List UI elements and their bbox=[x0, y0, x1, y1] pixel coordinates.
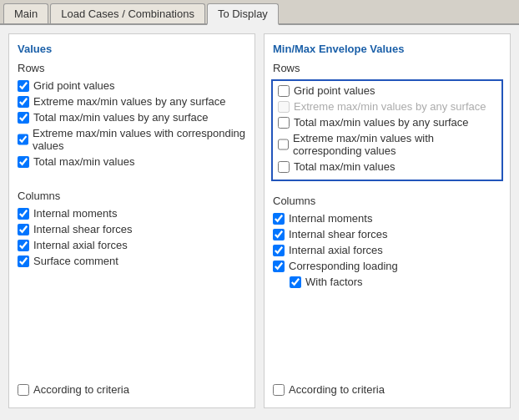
list-item: Total max/min values by any surface bbox=[18, 111, 246, 124]
left-panel-title: Values bbox=[18, 43, 246, 55]
checkbox-label: Surface comment bbox=[33, 255, 118, 267]
list-item: Internal moments bbox=[273, 212, 501, 225]
list-item: Total max/min values bbox=[278, 160, 496, 173]
right-rows-label: Rows bbox=[273, 62, 501, 74]
checkbox-1[interactable] bbox=[18, 224, 29, 235]
checkbox-label: With factors bbox=[305, 276, 363, 288]
according-to-criteria-item: According to criteria bbox=[273, 383, 501, 396]
checkbox-label: Grid point values bbox=[294, 84, 375, 97]
list-item: Extreme max/min values with correspondin… bbox=[18, 127, 246, 152]
list-item: Internal axial forces bbox=[18, 239, 246, 251]
checkbox-2[interactable] bbox=[278, 117, 290, 129]
content-area: Values Rows Grid point valuesExtreme max… bbox=[0, 25, 519, 417]
tab-main[interactable]: Main bbox=[3, 3, 48, 23]
checkbox-label: Total max/min values bbox=[294, 160, 395, 173]
list-item: Internal axial forces bbox=[273, 244, 501, 256]
checkbox-4[interactable] bbox=[290, 276, 301, 288]
tabs-bar: MainLoad Cases / CombinationsTo Display bbox=[0, 0, 519, 25]
right-panel-title: Min/Max Envelope Values bbox=[273, 43, 501, 55]
checkbox-1[interactable] bbox=[18, 96, 29, 108]
list-item: Extreme max/min values by any surface bbox=[18, 95, 246, 108]
right-panel: Min/Max Envelope Values Rows Grid point … bbox=[264, 33, 511, 408]
checkbox-label: Corresponding loading bbox=[289, 260, 398, 272]
checkbox-label: Total max/min values by any surface bbox=[294, 116, 469, 129]
checkbox-0[interactable] bbox=[18, 208, 29, 220]
according-to-criteria-label: According to criteria bbox=[289, 383, 385, 396]
left-bottom: According to criteria bbox=[18, 375, 246, 399]
according-to-criteria-checkbox[interactable] bbox=[273, 384, 285, 396]
right-columns-label: Columns bbox=[273, 195, 501, 207]
according-to-criteria-checkbox[interactable] bbox=[18, 384, 29, 396]
checkbox-label: Internal shear forces bbox=[33, 223, 133, 235]
checkbox-0[interactable] bbox=[278, 85, 290, 97]
right-bottom: According to criteria bbox=[273, 375, 501, 399]
checkbox-label: Extreme max/min values by any surface bbox=[33, 95, 225, 108]
checkbox-2[interactable] bbox=[273, 245, 285, 256]
checkbox-label: Internal shear forces bbox=[289, 228, 388, 240]
checkbox-0[interactable] bbox=[18, 80, 29, 92]
checkbox-1[interactable] bbox=[278, 101, 290, 113]
list-item: Grid point values bbox=[18, 79, 246, 92]
checkbox-label: Extreme max/min values by any surface bbox=[294, 100, 486, 113]
left-columns-list: Internal momentsInternal shear forcesInt… bbox=[18, 207, 246, 271]
checkbox-4[interactable] bbox=[278, 161, 290, 173]
list-item: Extreme max/min values with correspondin… bbox=[278, 132, 496, 157]
checkbox-3[interactable] bbox=[18, 134, 28, 145]
left-panel: Values Rows Grid point valuesExtreme max… bbox=[8, 33, 255, 408]
checkbox-1[interactable] bbox=[273, 229, 285, 240]
list-item: Internal shear forces bbox=[18, 223, 246, 235]
right-rows-highlighted: Grid point valuesExtreme max/min values … bbox=[271, 79, 503, 181]
checkbox-label: Extreme max/min values with correspondin… bbox=[33, 127, 246, 152]
list-item: Internal moments bbox=[18, 207, 246, 220]
checkbox-label: Internal moments bbox=[33, 207, 117, 220]
checkbox-3[interactable] bbox=[278, 139, 289, 150]
checkbox-label: Internal axial forces bbox=[289, 244, 383, 256]
list-item: Extreme max/min values by any surface bbox=[278, 100, 496, 113]
according-to-criteria-item: According to criteria bbox=[18, 383, 246, 396]
checkbox-2[interactable] bbox=[18, 240, 29, 251]
checkbox-label: Total max/min values by any surface bbox=[33, 111, 209, 124]
checkbox-label: Grid point values bbox=[33, 79, 115, 92]
list-item: Total max/min values by any surface bbox=[278, 116, 496, 129]
checkbox-4[interactable] bbox=[18, 156, 29, 168]
checkbox-3[interactable] bbox=[273, 261, 285, 272]
list-item: Surface comment bbox=[18, 255, 246, 267]
checkbox-2[interactable] bbox=[18, 112, 29, 124]
checkbox-label: Extreme max/min values with correspondin… bbox=[293, 132, 496, 157]
checkbox-label: Internal axial forces bbox=[33, 239, 128, 251]
checkbox-3[interactable] bbox=[18, 256, 29, 267]
list-item: With factors bbox=[290, 276, 501, 288]
list-item: Total max/min values bbox=[18, 155, 246, 168]
checkbox-label: Total max/min values bbox=[33, 155, 134, 168]
checkbox-label: Internal moments bbox=[289, 212, 372, 225]
checkbox-0[interactable] bbox=[273, 213, 285, 225]
list-item: Internal shear forces bbox=[273, 228, 501, 240]
left-rows-list: Grid point valuesExtreme max/min values … bbox=[18, 79, 246, 171]
tab-to-display[interactable]: To Display bbox=[207, 3, 279, 25]
left-rows-label: Rows bbox=[18, 62, 246, 74]
right-columns-list: Internal momentsInternal shear forcesInt… bbox=[273, 212, 501, 291]
left-columns-label: Columns bbox=[18, 190, 246, 202]
according-to-criteria-label: According to criteria bbox=[33, 383, 129, 396]
list-item: Grid point values bbox=[278, 84, 496, 97]
list-item: Corresponding loading bbox=[273, 260, 501, 272]
tab-load-cases[interactable]: Load Cases / Combinations bbox=[50, 3, 205, 23]
